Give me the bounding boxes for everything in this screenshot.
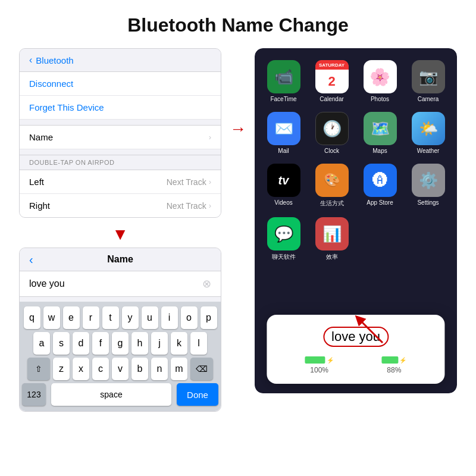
key-num[interactable]: 123: [22, 383, 46, 406]
right-airpod-row[interactable]: Right Next Track ›: [20, 194, 221, 217]
battery-row: ⚡ 100% ⚡ 88%: [281, 356, 430, 374]
app-clock[interactable]: 🕐 Clock: [312, 112, 351, 154]
key-space[interactable]: space: [51, 383, 171, 406]
camera-label: Camera: [418, 96, 439, 102]
life-label: 生活方式: [320, 199, 344, 208]
key-r[interactable]: r: [83, 306, 99, 329]
key-h[interactable]: h: [131, 332, 148, 355]
key-n[interactable]: n: [151, 358, 168, 380]
key-w[interactable]: w: [43, 306, 60, 329]
spacer-row2: [20, 149, 221, 155]
right-label: Right: [29, 201, 50, 211]
tv-icon: tv: [267, 164, 300, 197]
app-facetime[interactable]: 📹 FaceTime: [264, 60, 303, 102]
arrow-down-container: ▼: [19, 221, 221, 248]
app-life[interactable]: 🎨 生活方式: [312, 164, 351, 208]
spacer-row: [20, 120, 221, 126]
key-k[interactable]: k: [171, 332, 187, 355]
key-shift[interactable]: ⇧: [27, 358, 50, 380]
app-chat[interactable]: 💬 聊天软件: [264, 217, 303, 261]
back-chevron-icon: ‹: [29, 55, 32, 65]
key-a[interactable]: a: [33, 332, 50, 355]
appstore-icon: 🅐: [364, 164, 397, 197]
key-q[interactable]: q: [24, 306, 40, 329]
settings-header: ‹ Bluetooth: [20, 49, 221, 72]
mail-label: Mail: [278, 148, 289, 154]
settings-box: ‹ Bluetooth Disconnect Forget This Devic…: [19, 48, 221, 218]
arrow-right-icon: →: [230, 120, 246, 139]
airpods-popup: love you ⚡ 100% ⚡: [267, 315, 444, 384]
key-backspace[interactable]: ⌫: [190, 358, 213, 380]
app-maps[interactable]: 🗺️ Maps: [361, 112, 399, 154]
key-s[interactable]: s: [53, 332, 70, 355]
popup-name: love you: [281, 327, 430, 347]
right-chevron-icon: ›: [209, 201, 211, 210]
app-efficiency[interactable]: 📊 效率: [312, 217, 351, 261]
settings-app-icon: ⚙️: [412, 164, 445, 197]
page-title: Bluetooth Name Change: [0, 0, 476, 48]
left-airpod-row[interactable]: Left Next Track ›: [20, 170, 221, 194]
chat-label: 聊天软件: [272, 253, 296, 261]
key-v[interactable]: v: [112, 358, 129, 380]
app-settings[interactable]: ⚙️ Settings: [409, 164, 447, 208]
battery-bar-2-container: ⚡: [381, 356, 406, 364]
settings-app-label: Settings: [417, 199, 439, 206]
key-c[interactable]: c: [92, 358, 109, 380]
left-chevron-icon: ›: [209, 177, 211, 186]
name-row[interactable]: Name ›: [20, 126, 221, 149]
app-camera[interactable]: 📷 Camera: [409, 60, 447, 102]
name-input-row[interactable]: love you ⊗: [20, 271, 221, 297]
app-mail[interactable]: ✉️ Mail: [264, 112, 303, 154]
battery-item-1: ⚡ 100%: [305, 356, 334, 374]
key-j[interactable]: j: [151, 332, 168, 355]
app-grid: 📹 FaceTime SATURDAY 2 Calendar: [255, 48, 457, 267]
key-y[interactable]: y: [122, 306, 139, 329]
mail-icon: ✉️: [267, 112, 300, 145]
app-calendar[interactable]: SATURDAY 2 Calendar: [312, 60, 351, 102]
phone-screen: 📹 FaceTime SATURDAY 2 Calendar: [255, 48, 457, 393]
key-o[interactable]: o: [181, 306, 198, 329]
photos-label: Photos: [371, 96, 389, 102]
disconnect-row[interactable]: Disconnect: [20, 72, 221, 96]
name-edit-back-icon[interactable]: ‹: [29, 253, 33, 267]
forget-device-row[interactable]: Forget This Device: [20, 96, 221, 120]
double-tap-label: DOUBLE-TAP ON AIRPOD: [20, 155, 221, 170]
kb-row-1: q w e r t y u i o p: [22, 306, 218, 329]
key-f[interactable]: f: [92, 332, 109, 355]
key-b[interactable]: b: [131, 358, 148, 380]
key-t[interactable]: t: [102, 306, 119, 329]
battery-bar-1: [305, 356, 325, 364]
key-d[interactable]: d: [73, 332, 89, 355]
bluetooth-back-label[interactable]: Bluetooth: [36, 55, 73, 65]
input-spacer: [20, 297, 221, 302]
key-z[interactable]: z: [53, 358, 70, 380]
key-i[interactable]: i: [161, 306, 178, 329]
clock-icon: 🕐: [315, 112, 349, 145]
app-photos[interactable]: 🌸 Photos: [361, 60, 399, 102]
app-appstore[interactable]: 🅐 App Store: [361, 164, 399, 208]
app-weather[interactable]: 🌤️ Weather: [409, 112, 447, 154]
left-label: Left: [29, 177, 44, 187]
name-edit-title: Name: [107, 254, 133, 265]
key-m[interactable]: m: [171, 358, 187, 380]
right-value: Next Track ›: [167, 201, 211, 211]
key-u[interactable]: u: [142, 306, 158, 329]
left-panel: ‹ Bluetooth Disconnect Forget This Devic…: [19, 48, 221, 414]
appstore-label: App Store: [367, 199, 393, 206]
clock-label: Clock: [324, 148, 339, 154]
efficiency-icon: 📊: [315, 217, 349, 250]
key-e[interactable]: e: [63, 306, 80, 329]
key-done[interactable]: Done: [177, 383, 218, 406]
battery-pct-2: 88%: [387, 366, 401, 374]
arrow-down-icon: ▼: [112, 225, 129, 244]
app-tv[interactable]: tv Videos: [264, 164, 303, 208]
life-icon: 🎨: [315, 164, 349, 197]
key-p[interactable]: p: [201, 306, 217, 329]
battery-item-2: ⚡ 88%: [381, 356, 406, 374]
clear-button[interactable]: ⊗: [202, 277, 211, 290]
key-l[interactable]: l: [190, 332, 207, 355]
key-x[interactable]: x: [73, 358, 89, 380]
arrow-right-container: →: [227, 120, 249, 139]
key-g[interactable]: g: [112, 332, 129, 355]
name-label: Name: [29, 132, 53, 142]
